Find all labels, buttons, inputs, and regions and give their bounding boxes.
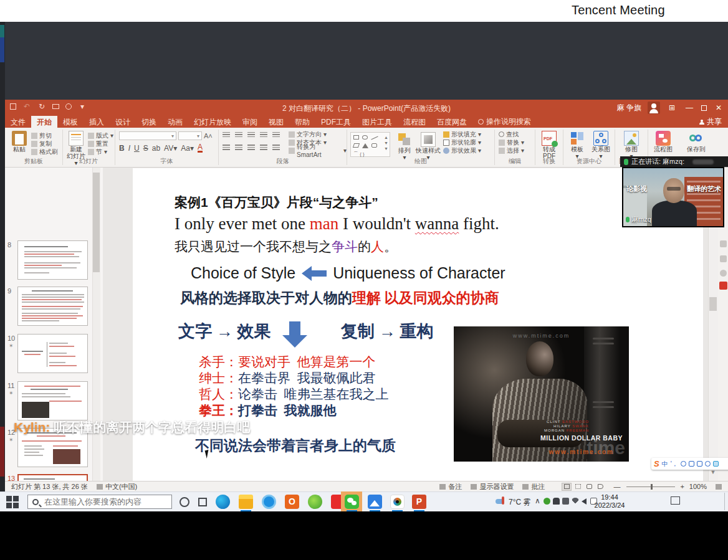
font-size-select[interactable]: ▾ xyxy=(178,131,202,140)
device-tray-icon[interactable] xyxy=(562,498,569,505)
user-avatar[interactable] xyxy=(648,102,660,114)
zoom-in-button[interactable]: + xyxy=(680,483,684,490)
signed-in-user[interactable]: 麻 争旗 xyxy=(617,103,641,113)
slideshow-icon[interactable] xyxy=(52,104,59,109)
indent-decrease-icon[interactable] xyxy=(247,132,255,138)
minimize-button[interactable]: — xyxy=(684,103,695,112)
edge-icon[interactable] xyxy=(216,495,230,509)
green-browser-icon[interactable] xyxy=(308,495,322,509)
tab-transitions[interactable]: 切换 xyxy=(136,116,162,128)
normal-view-button[interactable] xyxy=(562,483,572,491)
shape-outline-button[interactable]: 形状轮廓 ▾ xyxy=(443,138,481,146)
numbering-icon[interactable] xyxy=(235,132,242,138)
antivirus-tray-icon[interactable] xyxy=(544,498,550,505)
replace-button[interactable]: 替换 ▾ xyxy=(499,138,524,146)
align-left-icon[interactable] xyxy=(223,145,230,150)
to-pdf-button[interactable]: PDF 转成PDF xyxy=(539,131,559,159)
punctuation-icon[interactable]: '， xyxy=(671,460,678,468)
select-button[interactable]: 选择 ▾ xyxy=(499,146,524,154)
zoom-level[interactable]: 100% xyxy=(689,483,707,490)
font-color-button[interactable]: A xyxy=(198,144,203,153)
clock-app-icon[interactable] xyxy=(262,495,276,509)
start-button[interactable] xyxy=(6,496,19,508)
layout-button[interactable]: 版式 ▾ xyxy=(88,131,113,140)
slideshow-button[interactable] xyxy=(595,483,605,491)
format-painter-button[interactable]: 格式刷 xyxy=(31,148,58,156)
restore-button[interactable] xyxy=(701,105,707,111)
indent-increase-icon[interactable] xyxy=(260,132,267,138)
comments-button[interactable]: 批注 xyxy=(531,482,545,491)
line-spacing-icon[interactable] xyxy=(272,132,280,138)
cut-button[interactable]: 剪切 xyxy=(31,131,58,140)
slide-sorter-button[interactable] xyxy=(573,483,583,491)
taskbar-search[interactable] xyxy=(27,495,172,509)
fit-slide-icon[interactable] xyxy=(716,484,722,490)
speaking-indicator-bar[interactable]: 正在讲话: 麻mzq: xyxy=(620,156,728,167)
bullets-icon[interactable] xyxy=(223,132,230,138)
text-shadow-button[interactable]: ab xyxy=(152,144,160,153)
tab-template[interactable]: 模板 xyxy=(57,116,84,128)
ribbon-options-button[interactable]: ⊞ xyxy=(666,103,678,112)
italic-button[interactable]: I xyxy=(128,144,130,153)
text-direction-button[interactable]: 文字方向 ▾ xyxy=(289,130,347,138)
strikethrough-button[interactable]: S xyxy=(143,144,148,153)
wifi-tray-icon[interactable] xyxy=(572,498,579,504)
bold-button[interactable]: B xyxy=(119,144,125,153)
retouch-button[interactable]: 修图▾ xyxy=(621,131,641,159)
tab-view[interactable]: 视图 xyxy=(263,116,289,128)
slide-thumbnail-11[interactable] xyxy=(17,381,88,420)
save-icon[interactable] xyxy=(10,103,16,110)
find-button[interactable]: 查找 xyxy=(499,130,524,138)
slide-thumbnail-13-current[interactable] xyxy=(17,474,88,481)
spellcheck-icon[interactable] xyxy=(97,484,103,490)
blue-mountain-app-icon[interactable] xyxy=(368,495,382,509)
zoom-out-button[interactable]: — xyxy=(613,483,620,490)
align-right-icon[interactable] xyxy=(247,145,255,150)
powerpoint-icon[interactable]: P xyxy=(412,495,426,509)
video-overlay-window[interactable]: 论影视 翻译的艺术 麻mzq xyxy=(622,167,724,227)
grow-font-button[interactable]: A˄ xyxy=(204,132,213,140)
slide-thumbnail-8[interactable] xyxy=(17,240,88,280)
side-tool-icon[interactable] xyxy=(720,270,727,277)
taskbar-clock[interactable]: 19:44 2022/3/24 xyxy=(591,493,628,510)
underline-button[interactable]: U xyxy=(134,144,140,153)
side-tool-icon[interactable] xyxy=(720,255,727,262)
tab-review[interactable]: 审阅 xyxy=(237,116,263,128)
qat-dropdown-icon[interactable]: ▾ xyxy=(78,102,87,111)
tab-baidu-netdisk[interactable]: 百度网盘 xyxy=(431,116,472,128)
sogou-logo-icon[interactable]: S xyxy=(654,459,659,468)
template-button[interactable]: 模板▾ xyxy=(567,131,587,159)
camera-app-icon[interactable] xyxy=(390,495,405,509)
wechat-icon[interactable] xyxy=(345,495,359,509)
tab-pdf-tools[interactable]: PDF工具 xyxy=(315,116,357,128)
tab-insert[interactable]: 插入 xyxy=(84,116,110,128)
soft-keyboard-icon[interactable] xyxy=(697,461,702,467)
tab-home[interactable]: 开始 xyxy=(31,116,57,128)
mic-tray-icon[interactable] xyxy=(553,498,560,505)
chinese-mode-icon[interactable]: 中 xyxy=(662,460,668,468)
copy-button[interactable]: 复制 xyxy=(31,140,58,148)
save-to-button[interactable]: 保存到 xyxy=(684,131,708,153)
thumbnail-scrollbar-thumb[interactable] xyxy=(93,173,100,272)
shape-effects-button[interactable]: 形状效果 ▾ xyxy=(443,146,481,154)
zoom-slider[interactable] xyxy=(626,486,675,487)
slide-thumbnail-10[interactable] xyxy=(17,334,88,373)
office-icon[interactable]: O xyxy=(285,495,299,509)
display-settings-button[interactable]: 显示器设置 xyxy=(479,482,514,491)
reading-view-button[interactable] xyxy=(584,483,594,491)
file-explorer-icon[interactable] xyxy=(239,495,253,509)
tab-slideshow[interactable]: 幻灯片放映 xyxy=(188,116,237,128)
share-button[interactable]: 共享 xyxy=(693,116,728,128)
tell-me-search[interactable]: 操作说明搜索 xyxy=(472,116,537,128)
voice-input-icon[interactable] xyxy=(689,461,694,467)
weather-text[interactable]: 7°C 雾 xyxy=(509,497,530,508)
align-center-icon[interactable] xyxy=(235,145,242,150)
show-desktop-button[interactable] xyxy=(724,493,725,510)
emoji-icon[interactable] xyxy=(681,461,686,467)
section-button[interactable]: 节 ▾ xyxy=(88,148,113,156)
smartart-button[interactable]: 转换为 SmartArt ▾ xyxy=(289,146,347,154)
input-method-toolbar[interactable]: S 中 '， xyxy=(651,458,728,470)
close-button[interactable]: ✕ xyxy=(713,103,724,112)
tab-file[interactable]: 文件 xyxy=(5,116,31,128)
side-tool-red-icon[interactable] xyxy=(719,282,727,290)
